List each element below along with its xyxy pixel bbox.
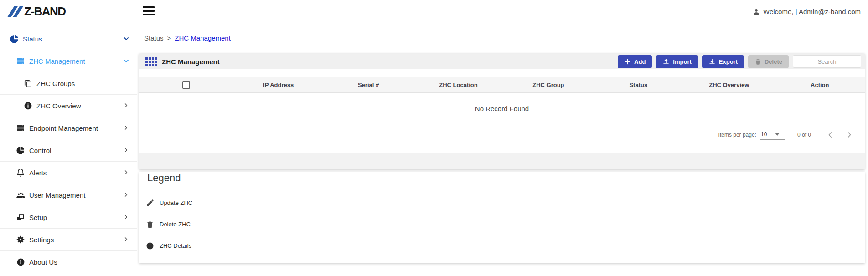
sidebar-item-label: Endpoint Management [29, 124, 98, 132]
sidebar-item-control[interactable]: Control [0, 139, 137, 162]
legend-panel: Legend Update ZHC Delete ZHC [139, 172, 865, 263]
app-window: Z-BAND Welcome, | Admin@z-band.com Statu… [0, 0, 868, 276]
breadcrumb: Status > ZHC Management [144, 34, 231, 42]
pie-chart-icon [9, 34, 19, 44]
col-header-action: Action [775, 77, 865, 93]
breadcrumb-separator: > [167, 34, 171, 42]
sidebar-item-label: User Management [29, 191, 85, 199]
legend-item-delete-zhc: Delete ZHC [145, 214, 192, 235]
chevron-down-icon [123, 57, 130, 65]
empty-message: No Record Found [139, 93, 865, 125]
sidebar-nav: Status ZHC Management ZHC Groups Z [0, 23, 137, 276]
legend-item-label: Delete ZHC [160, 221, 191, 228]
menu-toggle-icon[interactable] [143, 6, 155, 16]
paginator: Items per page: 10 0 of 0 [718, 126, 854, 144]
export-button[interactable]: Export [702, 55, 744, 68]
items-per-page-label: Items per page: [718, 132, 756, 138]
col-header-zhc-overview: ZHC Overview [683, 77, 775, 93]
chevron-right-icon [123, 236, 130, 243]
sidebar-item-zhc-groups[interactable]: ZHC Groups [0, 72, 137, 95]
col-header-zhc-location: ZHC Location [413, 77, 503, 93]
sidebar-item-label: Settings [29, 236, 54, 244]
download-icon [708, 58, 716, 65]
legend-item-zhc-details: ZHC Details [145, 235, 192, 256]
server-icon [16, 56, 26, 66]
breadcrumb-parent[interactable]: Status [144, 34, 164, 42]
chevron-right-icon [123, 147, 130, 154]
welcome-text: Welcome, | Admin@z-band.com [763, 8, 861, 15]
import-button[interactable]: Import [656, 55, 698, 68]
copy-icon [23, 78, 33, 88]
sidebar-item-label: Alerts [29, 169, 46, 177]
sidebar-item-endpoint-management[interactable]: Endpoint Management [0, 117, 137, 139]
sidebar-item-label: ZHC Groups [36, 80, 75, 87]
page-range-label: 0 of 0 [797, 132, 811, 138]
sidebar-item-zhc-management[interactable]: ZHC Management [0, 50, 137, 72]
sidebar-item-user-management[interactable]: User Management [0, 184, 137, 206]
next-page-button[interactable] [845, 130, 854, 139]
zhc-management-panel: ZHC Management Add Import [139, 54, 865, 169]
pencil-icon [145, 199, 155, 208]
zband-logo[interactable]: Z-BAND [11, 5, 66, 18]
panel-title: ZHC Management [162, 58, 220, 66]
chevron-down-icon [123, 35, 130, 42]
col-header-zhc-group: ZHC Group [503, 77, 593, 93]
person-icon [753, 8, 760, 15]
sidebar-item-label: ZHC Overview [36, 102, 81, 110]
panel-footer [139, 153, 865, 169]
add-button[interactable]: Add [618, 55, 652, 68]
zband-logo-text: Z-BAND [24, 5, 66, 19]
prev-page-button[interactable] [826, 130, 835, 139]
col-header-ip-address: IP Address [233, 77, 323, 93]
sidebar-item-alerts[interactable]: Alerts [0, 162, 137, 184]
chevron-right-icon [123, 169, 130, 176]
select-all-checkbox[interactable] [182, 81, 190, 89]
sidebar-item-label: Status [23, 35, 42, 43]
user-account[interactable]: Welcome, | Admin@z-band.com [753, 0, 861, 23]
chevron-right-icon [123, 191, 130, 199]
windows-icon [16, 212, 26, 222]
info-icon [16, 257, 26, 267]
trash-icon [754, 58, 761, 65]
table-header-row: IP Address Serial # ZHC Location ZHC Gro… [139, 77, 865, 93]
legend-item-update-zhc: Update ZHC [145, 192, 192, 214]
server-icon [16, 123, 26, 133]
zband-logo-icon [11, 6, 22, 17]
search-input[interactable] [793, 55, 861, 68]
chevron-right-icon [123, 102, 130, 109]
sidebar-item-label: About Us [29, 258, 57, 266]
col-header-serial: Serial # [323, 77, 413, 93]
sidebar-item-about-us[interactable]: About Us [0, 251, 137, 273]
bell-icon [16, 168, 26, 178]
top-bar: Z-BAND Welcome, | Admin@z-band.com [0, 0, 868, 23]
col-header-status: Status [594, 77, 683, 93]
delete-button[interactable]: Delete [748, 55, 789, 68]
gear-icon [16, 235, 26, 245]
main-content: Status > ZHC Management ZHC Management [137, 23, 868, 276]
chevron-right-icon [123, 214, 130, 221]
legend-divider: Legend [142, 179, 862, 179]
legend-item-label: Update ZHC [160, 199, 192, 206]
upload-icon [662, 58, 670, 65]
sidebar-item-status[interactable]: Status [0, 28, 137, 50]
chevron-right-icon [123, 124, 130, 132]
sidebar-item-label: Control [29, 147, 51, 154]
items-per-page-select[interactable]: 10 [760, 130, 785, 140]
zhc-table: IP Address Serial # ZHC Location ZHC Gro… [139, 77, 865, 93]
caret-down-icon [775, 133, 780, 136]
pie-chart-icon [16, 145, 26, 155]
sidebar-item-label: Setup [29, 214, 47, 221]
info-icon [23, 101, 33, 111]
breadcrumb-current[interactable]: ZHC Management [175, 34, 231, 42]
panel-header: ZHC Management Add Import [139, 54, 865, 69]
plus-icon [624, 58, 631, 65]
info-icon [145, 241, 155, 250]
trash-icon [145, 220, 155, 229]
sidebar-item-setup[interactable]: Setup [0, 206, 137, 229]
legend-title: Legend [144, 172, 184, 184]
sidebar-item-zhc-overview[interactable]: ZHC Overview [0, 95, 137, 117]
legend-item-label: ZHC Details [160, 242, 191, 249]
grid-icon [145, 57, 157, 66]
sidebar-item-settings[interactable]: Settings [0, 229, 137, 251]
sidebar-item-label: ZHC Management [29, 57, 85, 65]
